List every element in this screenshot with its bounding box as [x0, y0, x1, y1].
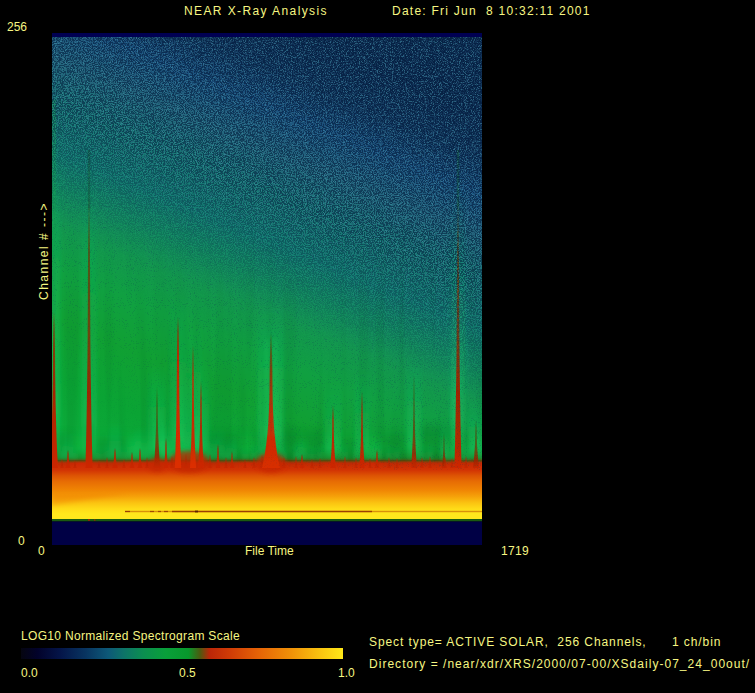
svg-text:File Time: File Time [245, 544, 294, 558]
svg-text:NEAR X-Ray Analysis: NEAR X-Ray Analysis [184, 4, 328, 18]
svg-text:Spect type= ACTIVE SOLAR, 256: Spect type= ACTIVE SOLAR, 256 Channels, … [369, 635, 721, 649]
svg-text:Directory = /near/xdr/XRS/2000: Directory = /near/xdr/XRS/2000/07-00/XSd… [369, 657, 750, 671]
svg-text:0: 0 [38, 544, 45, 558]
svg-text:0.5: 0.5 [179, 666, 196, 680]
svg-text:1.0: 1.0 [338, 666, 355, 680]
svg-text:0: 0 [18, 534, 25, 548]
svg-text:LOG10 Normalized Spectrogram S: LOG10 Normalized Spectrogram Scale [21, 629, 240, 643]
svg-text:1719: 1719 [501, 544, 529, 558]
svg-text:Channel # --->: Channel # ---> [37, 202, 51, 300]
svg-text:Date: Fri Jun 8 10:32:11 2001: Date: Fri Jun 8 10:32:11 2001 [392, 4, 591, 18]
svg-text:0.0: 0.0 [21, 666, 38, 680]
svg-text:256: 256 [7, 20, 27, 34]
